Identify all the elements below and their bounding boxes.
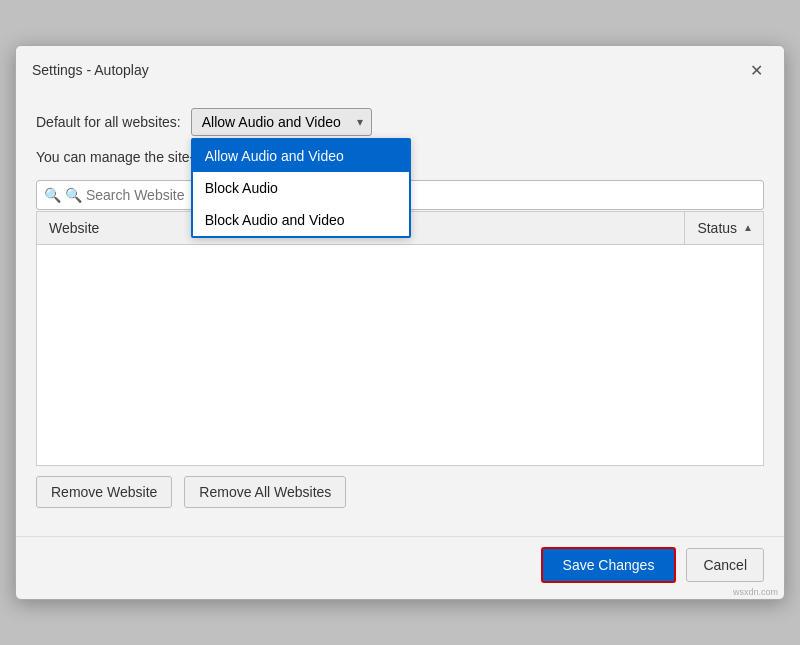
watermark: wsxdn.com	[733, 587, 778, 597]
dialog-footer: Save Changes Cancel	[16, 536, 784, 599]
search-icon: 🔍	[44, 187, 61, 203]
dropdown-option-block-audio-video[interactable]: Block Audio and Video	[193, 204, 409, 236]
default-label: Default for all websites:	[36, 114, 181, 130]
table-body	[37, 245, 763, 465]
sort-arrow-icon: ▲	[743, 222, 753, 233]
dropdown-option-block-audio[interactable]: Block Audio	[193, 172, 409, 204]
autoplay-dropdown[interactable]: Allow Audio and Video ▾	[191, 108, 372, 136]
settings-dialog: Settings - Autoplay ✕ Default for all we…	[15, 45, 785, 600]
chevron-down-icon: ▾	[357, 115, 363, 129]
dropdown-wrapper: Allow Audio and Video ▾ Allow Audio and …	[191, 108, 372, 136]
table-header-status: Status ▲	[684, 212, 763, 244]
title-bar: Settings - Autoplay ✕	[16, 46, 784, 92]
cancel-button[interactable]: Cancel	[686, 548, 764, 582]
close-button[interactable]: ✕	[744, 58, 768, 82]
dropdown-selected-value: Allow Audio and Video	[202, 114, 341, 130]
remove-all-websites-button[interactable]: Remove All Websites	[184, 476, 346, 508]
save-changes-button[interactable]: Save Changes	[541, 547, 677, 583]
dialog-body: Default for all websites: Allow Audio an…	[16, 92, 784, 536]
remove-website-button[interactable]: Remove Website	[36, 476, 172, 508]
action-buttons-row: Remove Website Remove All Websites	[36, 466, 764, 520]
websites-table: Website Status ▲	[36, 211, 764, 466]
default-row: Default for all websites: Allow Audio an…	[36, 108, 764, 136]
dropdown-menu: Allow Audio and Video Block Audio Block …	[191, 138, 411, 238]
dialog-title: Settings - Autoplay	[32, 62, 149, 78]
dropdown-option-allow[interactable]: Allow Audio and Video	[193, 140, 409, 172]
